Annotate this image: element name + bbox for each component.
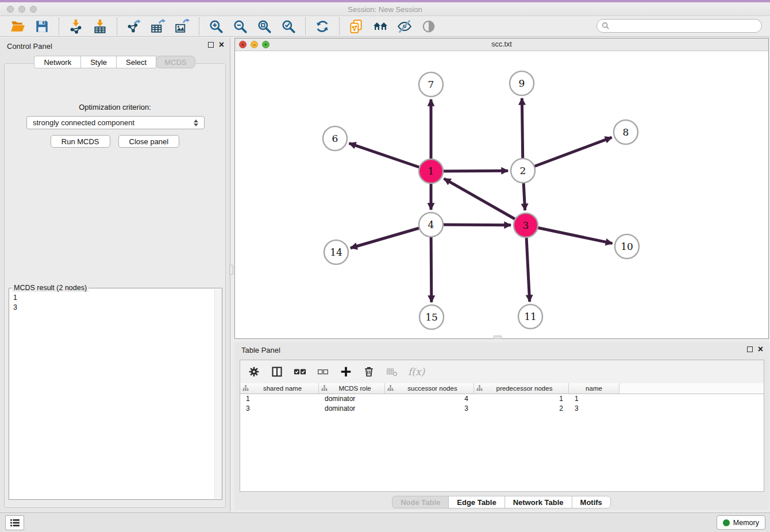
- graph-edge-3-10[interactable]: [526, 225, 613, 244]
- select-all-columns-icon[interactable]: [293, 365, 307, 379]
- memory-label: Memory: [733, 519, 759, 527]
- network-graph[interactable]: 7968124314101511: [235, 51, 768, 338]
- table-body: 1dominator4113dominator323: [240, 394, 764, 413]
- column-tree-icon: [387, 385, 394, 392]
- search-input[interactable]: [596, 19, 762, 33]
- toolbar-separator: [117, 18, 117, 35]
- tab-edge-table[interactable]: Edge Table: [448, 496, 505, 508]
- delete-column-icon[interactable]: [362, 365, 376, 379]
- graph-node-label-11: 11: [524, 311, 537, 322]
- optimization-criterion-label: Optimization criterion:: [5, 103, 225, 111]
- search-icon: [602, 22, 610, 30]
- zoom-selected-icon[interactable]: [280, 18, 297, 34]
- column-settings-gear-icon[interactable]: [247, 365, 261, 379]
- deselect-all-columns-icon[interactable]: [316, 365, 330, 379]
- delete-table-icon[interactable]: [385, 365, 399, 379]
- graph-node-label-4: 4: [428, 219, 434, 230]
- control-panel-tabs: NetworkStyleSelectMCDS: [0, 56, 230, 68]
- close-panel-button[interactable]: Close panel: [118, 135, 180, 148]
- float-panel-icon[interactable]: [208, 42, 214, 48]
- optimization-criterion-value: strongly connected component: [33, 118, 134, 127]
- export-table-icon[interactable]: [150, 18, 166, 34]
- tab-motifs[interactable]: Motifs: [572, 496, 611, 508]
- network-overview-icon[interactable]: [372, 18, 388, 34]
- column-header-label: shared name: [263, 385, 302, 392]
- table-cell: 1: [240, 394, 319, 404]
- close-panel-icon[interactable]: ×: [219, 42, 224, 48]
- refresh-icon[interactable]: [314, 18, 330, 34]
- save-session-icon[interactable]: [34, 18, 50, 34]
- optimization-criterion-select[interactable]: strongly connected component: [26, 116, 205, 129]
- node-table-container: f(x) shared nameMCDS rolesuccessor nodes…: [240, 360, 764, 492]
- network-window-titlebar: × – + scc.txt: [235, 38, 768, 51]
- export-image-icon[interactable]: [174, 18, 190, 34]
- zoom-out-icon[interactable]: [232, 18, 248, 34]
- column-header-MCDS-role[interactable]: MCDS role: [319, 383, 385, 394]
- import-network-icon[interactable]: [68, 18, 84, 34]
- function-builder-icon[interactable]: f(x): [408, 366, 425, 377]
- table-cell: dominator: [319, 394, 385, 404]
- export-network-icon[interactable]: [126, 18, 142, 34]
- network-view-window: × – + scc.txt 7968124314101511: [234, 38, 769, 339]
- graph-node-label-7: 7: [428, 79, 434, 90]
- table-cell: 2: [474, 404, 569, 414]
- main-toolbar: [0, 16, 770, 37]
- window-title: Session: New Session: [0, 5, 770, 14]
- add-column-icon[interactable]: [339, 365, 353, 379]
- column-tree-icon: [242, 385, 249, 392]
- tab-network-table[interactable]: Network Table: [505, 496, 572, 508]
- table-tabs: Node TableEdge TableNetwork TableMotifs: [234, 496, 769, 508]
- tab-node-table[interactable]: Node Table: [392, 496, 449, 508]
- graph-edge-3-1[interactable]: [444, 179, 526, 225]
- table-cell: 1: [569, 394, 619, 404]
- zoom-fit-icon[interactable]: [256, 18, 272, 34]
- status-bar: Memory: [0, 512, 770, 532]
- run-mcds-button[interactable]: Run MCDS: [51, 135, 110, 148]
- mcds-result-scrollbar[interactable]: [214, 289, 222, 499]
- column-tree-icon: [321, 385, 328, 392]
- table-row[interactable]: 1dominator411: [240, 394, 764, 404]
- toolbar-separator: [339, 18, 340, 35]
- toggle-columns-icon[interactable]: [270, 365, 284, 379]
- table-cell: 3: [385, 404, 474, 414]
- memory-button[interactable]: Memory: [717, 515, 765, 530]
- tab-select[interactable]: Select: [116, 56, 156, 68]
- vertical-splitter-handle[interactable]: [229, 265, 233, 275]
- table-cell: 3: [569, 404, 619, 414]
- network-window-title: scc.txt: [235, 40, 768, 48]
- table-cell: dominator: [319, 404, 385, 414]
- graph-node-label-15: 15: [425, 311, 438, 323]
- column-header-name[interactable]: name: [569, 383, 619, 394]
- network-canvas[interactable]: 7968124314101511: [235, 51, 768, 338]
- close-table-panel-icon[interactable]: ×: [758, 346, 763, 352]
- graph-node-label-6: 6: [332, 133, 338, 144]
- tab-network[interactable]: Network: [34, 56, 81, 68]
- graph-node-label-14: 14: [330, 246, 342, 258]
- column-header-filler: [619, 383, 764, 394]
- graph-node-label-9: 9: [519, 78, 525, 89]
- table-row[interactable]: 3dominator323: [240, 404, 764, 414]
- column-header-predecessor-nodes[interactable]: predecessor nodes: [474, 383, 569, 394]
- show-all-eye-icon[interactable]: [421, 18, 437, 34]
- column-header-label: successor nodes: [407, 385, 457, 392]
- float-table-panel-icon[interactable]: [747, 346, 753, 352]
- graph-edge-2-8[interactable]: [523, 137, 612, 171]
- clone-network-icon[interactable]: [348, 18, 364, 34]
- task-history-button[interactable]: [5, 515, 24, 530]
- horizontal-splitter-handle[interactable]: [494, 336, 502, 339]
- tab-style[interactable]: Style: [80, 56, 117, 68]
- toolbar-separator: [305, 18, 306, 35]
- hide-selected-eye-icon[interactable]: [396, 18, 413, 34]
- column-header-successor-nodes[interactable]: successor nodes: [385, 383, 474, 394]
- column-header-shared-name[interactable]: shared name: [240, 383, 319, 394]
- table-cell: 3: [240, 404, 319, 414]
- zoom-in-icon[interactable]: [208, 18, 224, 34]
- mcds-result-box[interactable]: MCDS result (2 nodes) 13: [9, 288, 222, 500]
- table-panel: Table Panel ×: [234, 342, 769, 510]
- tab-mcds[interactable]: MCDS: [156, 56, 195, 68]
- open-session-icon[interactable]: [10, 18, 26, 34]
- import-table-icon[interactable]: [92, 18, 108, 34]
- column-header-label: name: [586, 385, 602, 392]
- memory-status-icon: [723, 519, 730, 526]
- graph-edge-1-6[interactable]: [349, 143, 431, 171]
